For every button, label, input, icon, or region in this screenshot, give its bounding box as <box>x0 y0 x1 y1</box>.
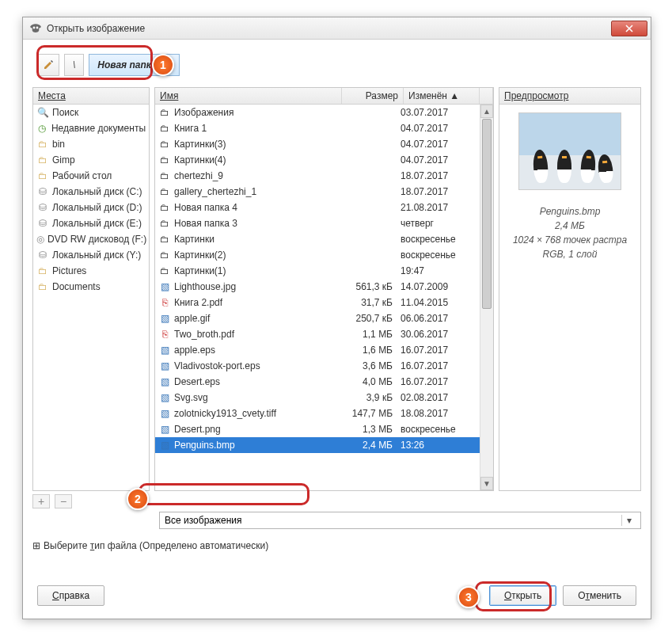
places-footer: + − <box>32 494 641 508</box>
preview-mode: RGB, 1 слой <box>499 247 640 261</box>
file-row[interactable]: 🗀chertezhi_918.07.2017 <box>155 168 493 184</box>
places-item[interactable]: 🗀Pictures <box>33 263 149 279</box>
col-scroll-spacer <box>480 88 493 104</box>
penguin-shape <box>597 154 614 184</box>
file-row[interactable]: ▧Lighthouse.jpg561,3 кБ14.07.2009 <box>155 279 493 295</box>
edit-path-button[interactable] <box>37 54 59 76</box>
file-row[interactable]: ▧Penguins.bmp2,4 МБ13:26 <box>155 437 493 453</box>
places-item[interactable]: ◷Недавние документы <box>33 120 149 136</box>
places-list: 🔍Поиск◷Недавние документы🗀bin🗀Gimp🗀Рабоч… <box>33 105 149 490</box>
penguin-shape <box>533 149 549 183</box>
window-title: Открыть изображение <box>47 23 611 34</box>
filetype-row: Все изображения ▾ <box>159 512 641 529</box>
expander-label: Выберите тип файла (Выберите тип файла (… <box>44 540 268 551</box>
places-item[interactable]: 🗀bin <box>33 136 149 152</box>
annotation-badge-3: 3 <box>457 586 480 608</box>
file-row[interactable]: ▧Desert.png1,3 МБвоскресенье <box>155 421 493 437</box>
file-row[interactable]: 🗀Новая папка 421.08.2017 <box>155 200 493 215</box>
svg-point-0 <box>33 26 36 29</box>
filetype-value: Все изображения <box>165 515 242 526</box>
open-image-dialog: Открыть изображение \ Новая папка (2) Ме… <box>22 17 651 619</box>
select-filetype-expander[interactable]: ⊞ Выберите тип файла (Выберите тип файла… <box>32 540 641 551</box>
file-row[interactable]: 🗀gallery_chertezhi_118.07.2017 <box>155 184 493 200</box>
file-list-panel: Имя Размер Изменён ▲ ▲ ▼ 🗀Изображения03.… <box>154 87 494 491</box>
close-button[interactable] <box>611 21 647 36</box>
places-panel: Места 🔍Поиск◷Недавние документы🗀bin🗀Gimp… <box>32 87 150 491</box>
breadcrumb-root[interactable]: \ <box>64 54 84 76</box>
file-row[interactable]: ⎘Книга 2.pdf31,7 кБ11.04.2015 <box>155 295 493 310</box>
preview-header: Предпросмотр <box>499 88 640 105</box>
places-item[interactable]: 🗀Gimp <box>33 152 149 168</box>
file-row[interactable]: ▧zolotnicky1913_cvety.tiff147,7 МБ18.08.… <box>155 406 493 421</box>
svg-point-1 <box>36 26 39 29</box>
dropdown-arrow-icon: ▾ <box>621 515 636 526</box>
places-item[interactable]: ⛁Локальный диск (D:) <box>33 200 149 215</box>
file-list-body: ▲ ▼ 🗀Изображения03.07.2017🗀Книга 104.07.… <box>155 105 493 490</box>
file-row[interactable]: ⎘Two_broth.pdf1,1 МБ30.06.2017 <box>155 326 493 342</box>
button-row: СправкаСправка ОткрытьОткрыть ОтменитьОт… <box>37 585 636 606</box>
file-row[interactable]: ▧apple.gif250,7 кБ06.06.2017 <box>155 310 493 326</box>
places-item[interactable]: ⛁Локальный диск (C:) <box>33 184 149 200</box>
file-row[interactable]: 🗀Картинки(2)воскресенье <box>155 247 493 263</box>
preview-filename: Penguins.bmp <box>499 204 640 219</box>
preview-size: 2,4 МБ <box>499 219 640 233</box>
plus-icon: ⊞ <box>32 540 40 551</box>
scroll-thumb[interactable] <box>482 119 492 309</box>
file-list-scrollbar[interactable]: ▲ ▼ <box>480 105 493 490</box>
file-row[interactable]: ▧Svg.svg3,9 кБ02.08.2017 <box>155 390 493 406</box>
places-item[interactable]: 🗀Рабочий стол <box>33 168 149 184</box>
col-size[interactable]: Размер <box>342 88 404 104</box>
file-row[interactable]: 🗀Картинки(4)04.07.2017 <box>155 152 493 168</box>
col-modified[interactable]: Изменён ▲ <box>404 88 480 104</box>
col-name[interactable]: Имя <box>155 88 342 104</box>
app-icon <box>29 22 42 35</box>
preview-meta: Penguins.bmp 2,4 МБ 1024 × 768 точек рас… <box>499 204 640 261</box>
add-bookmark-button[interactable]: + <box>32 494 50 508</box>
places-item[interactable]: 🗀Documents <box>33 279 149 295</box>
annotation-badge-2: 2 <box>127 488 149 510</box>
path-bar: \ Новая папка (2) <box>37 54 641 76</box>
filetype-select[interactable]: Все изображения ▾ <box>159 512 641 529</box>
file-row[interactable]: ▧Vladivostok-port.eps3,6 МБ16.07.2017 <box>155 358 493 374</box>
file-row[interactable]: 🗀Книга 104.07.2017 <box>155 120 493 136</box>
preview-thumbnail <box>518 112 621 190</box>
places-header[interactable]: Места <box>33 88 149 105</box>
places-item[interactable]: ◎DVD RW дисковод (F:) <box>33 231 149 247</box>
cancel-button[interactable]: ОтменитьОтменить <box>563 585 636 606</box>
penguin-shape <box>557 150 571 183</box>
titlebar: Открыть изображение <box>23 17 651 40</box>
file-row[interactable]: 🗀Картинки(1)19:47 <box>155 263 493 279</box>
file-row[interactable]: ▧Desert.eps4,0 МБ16.07.2017 <box>155 374 493 390</box>
places-item[interactable]: ⛁Локальный диск (Y:) <box>33 247 149 263</box>
file-row[interactable]: ▧apple.eps1,6 МБ16.07.2017 <box>155 342 493 358</box>
file-row[interactable]: 🗀Картинки(3)04.07.2017 <box>155 136 493 152</box>
file-row[interactable]: 🗀Изображения03.07.2017 <box>155 105 493 120</box>
preview-panel: Предпросмотр Penguins.bmp 2,4 МБ 1024 × … <box>499 87 641 491</box>
file-row[interactable]: 🗀Новая папка 3четверг <box>155 215 493 231</box>
scroll-down-icon[interactable]: ▼ <box>480 477 493 490</box>
penguin-shape <box>580 149 597 183</box>
help-button[interactable]: СправкаСправка <box>37 585 104 606</box>
file-list-header: Имя Размер Изменён ▲ <box>155 88 493 105</box>
remove-bookmark-button[interactable]: − <box>55 494 72 508</box>
scroll-up-icon[interactable]: ▲ <box>480 105 493 118</box>
places-item[interactable]: 🔍Поиск <box>33 105 149 120</box>
preview-dims: 1024 × 768 точек растра <box>499 233 640 247</box>
dialog-content: \ Новая папка (2) Места 🔍Поиск◷Недавние … <box>23 40 651 561</box>
annotation-badge-1: 1 <box>152 54 174 76</box>
places-item[interactable]: ⛁Локальный диск (E:) <box>33 215 149 231</box>
open-button[interactable]: ОткрытьОткрыть <box>489 585 556 606</box>
file-row[interactable]: 🗀Картинкивоскресенье <box>155 231 493 247</box>
panes: Места 🔍Поиск◷Недавние документы🗀bin🗀Gimp… <box>32 87 641 491</box>
